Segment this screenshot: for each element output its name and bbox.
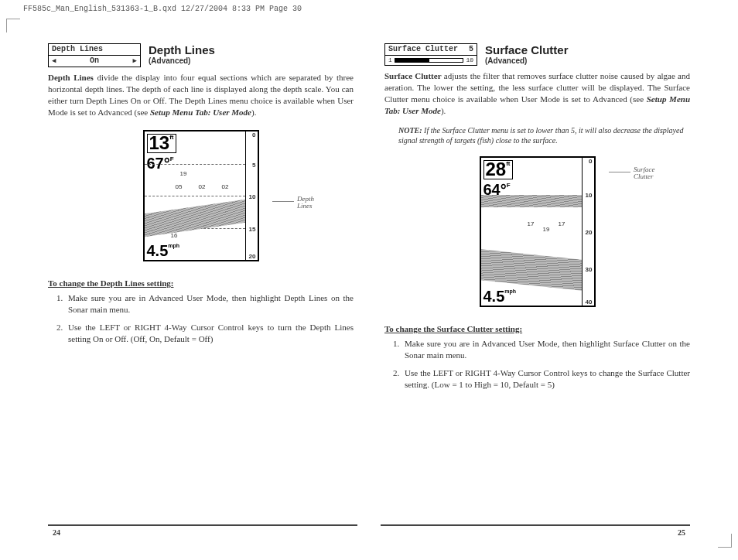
menu-widget-depth-lines: Depth Lines ◀ On ▶	[48, 43, 141, 67]
howto-heading: To change the Depth Lines setting:	[48, 278, 354, 288]
sonar-display-depth-lines: 13ft 67°F 4.5mph 0 5 10 15 20 19 05 02 0…	[143, 130, 259, 261]
menu-title: Depth Lines	[49, 44, 140, 56]
fish-icon: 05	[176, 183, 183, 190]
page-number-right: 25	[678, 528, 685, 537]
surface-clutter-description: Surface Clutter adjusts the filter that …	[384, 70, 690, 116]
speed-readout: 4.5mph	[483, 289, 517, 303]
howto-heading: To change the Surface Clutter setting:	[384, 324, 690, 333]
steps-list: Make sure you are in Advanced User Mode,…	[401, 338, 690, 396]
section-subtitle: (Advanced)	[149, 56, 215, 65]
surface-noise	[504, 159, 582, 166]
callout-label: Surface Clutter	[634, 166, 665, 180]
depth-line	[145, 164, 245, 165]
fish-icon: 02	[222, 183, 229, 190]
section-title: Depth Lines	[149, 43, 215, 56]
slider-max: 10	[466, 57, 473, 63]
slider-min: 1	[388, 57, 392, 63]
callout-line	[609, 172, 630, 172]
fish-icon: 19	[543, 226, 550, 233]
depth-line	[145, 196, 245, 196]
sonar-bottom	[481, 249, 582, 291]
callout-line	[272, 201, 294, 202]
note-text: NOTE: If the Surface Clutter menu is set…	[398, 125, 690, 145]
crop-mark-top-left	[6, 19, 20, 32]
section-header-depth-lines: Depth Lines ◀ On ▶ Depth Lines (Advanced…	[48, 43, 354, 67]
sonar-display-surface-clutter: 28ft 64°F 4.5mph 0 10 20 30 40 17 19 17	[480, 156, 596, 307]
fish-icon: 17	[559, 220, 565, 227]
sonar-bottom	[145, 200, 245, 237]
menu-value: On	[90, 57, 99, 65]
menu-value: 5	[469, 46, 473, 53]
menu-title: Surface Clutter	[388, 46, 458, 53]
crop-mark-bottom-right	[718, 534, 732, 548]
steps-list: Make sure you are in Advanced User Mode,…	[65, 292, 354, 350]
fish-icon: 02	[199, 183, 206, 190]
depth-scale: 0 5 10 15 20	[245, 131, 258, 260]
print-header: FF585c_Man_English_531363-1_B.qxd 12/27/…	[23, 5, 302, 13]
depth-lines-description: Depth Lines divide the display into four…	[48, 72, 354, 118]
left-arrow-icon: ◀	[52, 58, 56, 65]
page-right: Surface Clutter 5 1 10 Surface Clutter (…	[384, 43, 690, 518]
figure-surface-clutter: 28ft 64°F 4.5mph 0 10 20 30 40 17 19 17 …	[384, 156, 690, 307]
figure-depth-lines: 13ft 67°F 4.5mph 0 5 10 15 20 19 05 02 0…	[48, 130, 354, 261]
depth-readout: 13ft	[147, 134, 176, 153]
fish-icon: 19	[180, 170, 187, 177]
page-spread: Depth Lines ◀ On ▶ Depth Lines (Advanced…	[48, 43, 690, 518]
speed-readout: 4.5mph	[147, 244, 180, 258]
depth-readout: 28ft	[483, 160, 513, 179]
footer-rule	[381, 524, 690, 526]
step-item: Use the LEFT or RIGHT 4-Way Cursor Contr…	[65, 322, 354, 345]
page-number-left: 24	[53, 528, 60, 537]
slider-track	[395, 58, 464, 63]
right-arrow-icon: ▶	[133, 58, 137, 65]
sonar-layer	[481, 195, 582, 207]
section-subtitle: (Advanced)	[485, 56, 569, 65]
menu-widget-surface-clutter: Surface Clutter 5 1 10	[384, 43, 477, 66]
footer-rule	[48, 524, 357, 526]
depth-scale: 0 10 20 30 40	[582, 158, 594, 306]
step-item: Use the LEFT or RIGHT 4-Way Cursor Contr…	[401, 367, 690, 391]
fish-icon: 17	[528, 220, 535, 227]
step-item: Make sure you are in Advanced User Mode,…	[65, 292, 354, 316]
section-title: Surface Clutter	[485, 43, 569, 56]
page-left: Depth Lines ◀ On ▶ Depth Lines (Advanced…	[48, 43, 354, 518]
section-header-surface-clutter: Surface Clutter 5 1 10 Surface Clutter (…	[384, 43, 690, 66]
callout-label: Depth Lines	[297, 196, 328, 210]
surface-noise	[168, 132, 245, 140]
step-item: Make sure you are in Advanced User Mode,…	[401, 338, 690, 361]
slider-fill	[395, 59, 429, 62]
